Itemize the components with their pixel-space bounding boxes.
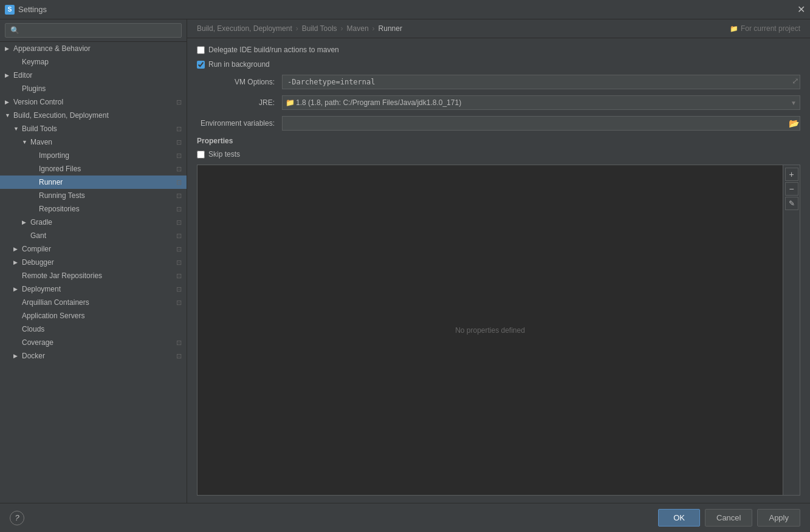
background-label-text: Run in background [208, 60, 270, 69]
sidebar-label-ignored-files: Ignored Files [39, 165, 176, 173]
delegate-label[interactable]: Delegate IDE build/run actions to maven [197, 46, 339, 54]
delegate-checkbox[interactable] [197, 46, 205, 54]
skip-tests-checkbox[interactable] [197, 151, 205, 159]
sidebar-item-maven[interactable]: ▼Maven⊡ [0, 135, 187, 149]
sidebar-label-gradle: Gradle [30, 218, 176, 227]
sidebar-copy-icon-remote-jar-repos: ⊡ [176, 272, 182, 280]
sidebar-arrow-maven: ▼ [22, 139, 30, 145]
sidebar-item-version-control[interactable]: ▶Version Control⊡ [0, 95, 187, 109]
no-properties-text: No properties defined [455, 326, 525, 335]
sidebar-item-build-tools[interactable]: ▼Build Tools⊡ [0, 122, 187, 135]
sidebar-arrow-build-exec-deploy: ▼ [5, 112, 13, 118]
sidebar-label-coverage: Coverage [22, 338, 176, 347]
background-label[interactable]: Run in background [197, 60, 270, 69]
sidebar-item-appearance[interactable]: ▶Appearance & Behavior [0, 42, 187, 55]
help-button[interactable]: ? [10, 511, 24, 525]
sidebar-item-remote-jar-repos[interactable]: Remote Jar Repositories⊡ [0, 269, 187, 282]
sidebar-item-plugins[interactable]: Plugins [0, 82, 187, 95]
vm-options-wrap: ⤢ [282, 75, 800, 89]
sidebar-label-build-tools: Build Tools [22, 124, 176, 133]
sidebar-item-runner[interactable]: Runner⊡ [0, 176, 187, 189]
jre-select[interactable]: 1.8 (1.8, path: C:/Program Files/Java/jd… [282, 95, 800, 110]
breadcrumb-part-0: Build, Execution, Deployment [197, 24, 292, 33]
skip-tests-label-text: Skip tests [208, 150, 240, 159]
sidebar: ▶Appearance & BehaviorKeymap▶EditorPlugi… [0, 19, 187, 503]
remove-property-button[interactable]: − [785, 182, 798, 196]
breadcrumb-current: Runner [379, 24, 402, 33]
sidebar-copy-icon-importing: ⊡ [176, 152, 182, 160]
sidebar-label-version-control: Version Control [13, 98, 176, 106]
sidebar-item-build-exec-deploy[interactable]: ▼Build, Execution, Deployment [0, 109, 187, 122]
sidebar-item-coverage[interactable]: Coverage⊡ [0, 336, 187, 349]
close-button[interactable]: ✕ [797, 4, 805, 15]
skip-tests-label[interactable]: Skip tests [197, 150, 240, 159]
sidebar-label-importing: Importing [39, 151, 176, 160]
sidebar-item-app-servers[interactable]: Application Servers [0, 309, 187, 322]
sidebar-arrow-editor: ▶ [5, 72, 13, 78]
sidebar-label-repositories: Repositories [39, 205, 176, 213]
search-input[interactable] [5, 23, 182, 38]
sidebar-label-runner: Runner [39, 178, 176, 186]
sidebar-label-build-exec-deploy: Build, Execution, Deployment [13, 111, 182, 120]
breadcrumb: Build, Execution, Deployment › Build Too… [187, 19, 810, 38]
sidebar-copy-icon-build-tools: ⊡ [176, 125, 182, 133]
background-checkbox[interactable] [197, 61, 205, 69]
sidebar-item-running-tests[interactable]: Running Tests⊡ [0, 189, 187, 202]
sidebar-arrow-compiler: ▶ [13, 246, 22, 252]
sidebar-item-docker[interactable]: ▶Docker⊡ [0, 349, 187, 363]
sidebar-item-compiler[interactable]: ▶Compiler⊡ [0, 242, 187, 256]
sidebar-item-clouds[interactable]: Clouds [0, 322, 187, 336]
delegate-label-text: Delegate IDE build/run actions to maven [208, 46, 339, 54]
sidebar-item-deployment[interactable]: ▶Deployment⊡ [0, 282, 187, 296]
sidebar-copy-icon-version-control: ⊡ [176, 98, 182, 106]
vm-options-input[interactable] [282, 75, 800, 89]
sidebar-copy-icon-coverage: ⊡ [176, 339, 182, 347]
jre-field: JRE: 📁 1.8 (1.8, path: C:/Program Files/… [197, 95, 800, 110]
title-bar-left: S Settings [5, 5, 47, 15]
sidebar-copy-icon-running-tests: ⊡ [176, 192, 182, 200]
app-icon: S [5, 5, 15, 15]
env-input-wrap: 📂 [282, 116, 800, 131]
sidebar-item-arquillian[interactable]: Arquillian Containers⊡ [0, 296, 187, 309]
ok-button[interactable]: OK [658, 509, 700, 527]
sidebar-item-importing[interactable]: Importing⊡ [0, 149, 187, 162]
properties-section-label: Properties [197, 137, 800, 145]
sidebar-item-gant[interactable]: Gant⊡ [0, 229, 187, 242]
sidebar-label-docker: Docker [22, 352, 176, 360]
sidebar-label-remote-jar-repos: Remote Jar Repositories [22, 271, 176, 280]
sidebar-item-gradle[interactable]: ▶Gradle⊡ [0, 216, 187, 229]
edit-property-button[interactable]: ✎ [785, 197, 798, 210]
add-property-button[interactable]: + [785, 168, 798, 181]
apply-button[interactable]: Apply [757, 509, 800, 527]
project-icon: 📁 [730, 25, 738, 33]
sidebar-copy-icon-maven: ⊡ [176, 138, 182, 146]
breadcrumb-project: 📁 For current project [730, 24, 800, 33]
settings-content: Delegate IDE build/run actions to maven … [187, 38, 810, 503]
sidebar-item-keymap[interactable]: Keymap [0, 55, 187, 69]
sidebar-arrow-gradle: ▶ [22, 219, 30, 225]
bottom-buttons: OK Cancel Apply [658, 509, 800, 527]
sidebar-copy-icon-repositories: ⊡ [176, 205, 182, 213]
sidebar-arrow-version-control: ▶ [5, 99, 13, 105]
cancel-button[interactable]: Cancel [705, 509, 752, 527]
sidebar-label-clouds: Clouds [22, 325, 182, 333]
env-browse-button[interactable]: 📂 [789, 118, 799, 128]
sidebar-label-compiler: Compiler [22, 245, 176, 253]
jre-select-wrap: 📁 1.8 (1.8, path: C:/Program Files/Java/… [282, 95, 800, 110]
env-label: Environment variables: [197, 119, 282, 128]
sidebar-item-debugger[interactable]: ▶Debugger⊡ [0, 256, 187, 269]
sidebar-copy-icon-debugger: ⊡ [176, 259, 182, 267]
sidebar-label-keymap: Keymap [22, 58, 182, 66]
vm-options-expand-button[interactable]: ⤢ [792, 76, 799, 86]
sidebar-item-ignored-files[interactable]: Ignored Files⊡ [0, 162, 187, 176]
sidebar-copy-icon-deployment: ⊡ [176, 285, 182, 293]
bottom-bar: ? OK Cancel Apply [0, 503, 810, 532]
env-input[interactable] [282, 116, 800, 131]
sidebar-label-app-servers: Application Servers [22, 312, 182, 320]
sidebar-arrow-build-tools: ▼ [13, 126, 22, 132]
sidebar-label-maven: Maven [30, 138, 176, 146]
sidebar-item-editor[interactable]: ▶Editor [0, 69, 187, 82]
env-field: Environment variables: 📂 [197, 116, 800, 131]
nav-list: ▶Appearance & BehaviorKeymap▶EditorPlugi… [0, 42, 187, 363]
sidebar-item-repositories[interactable]: Repositories⊡ [0, 202, 187, 216]
